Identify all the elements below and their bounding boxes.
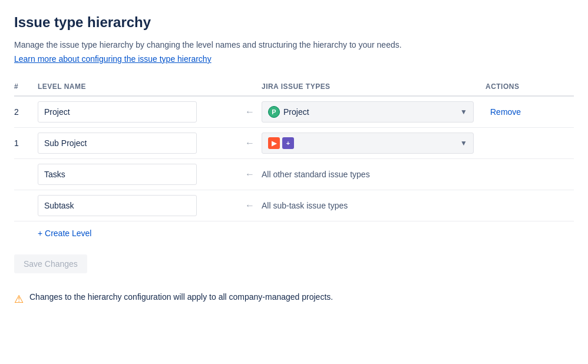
issue-type-label: Project [283, 107, 309, 117]
issue-types-static-cell: All sub-task issue types [262, 201, 485, 210]
row-number: 1 [14, 138, 38, 148]
table-row: ← All sub-task issue types [14, 190, 574, 221]
save-changes-button[interactable]: Save Changes [14, 254, 87, 273]
level-name-input[interactable] [38, 101, 197, 123]
header-actions: Actions [485, 82, 574, 91]
level-name-input[interactable] [38, 195, 197, 216]
arrow-icon: ← [238, 107, 262, 117]
badge-red-icon: ▶ [268, 137, 280, 149]
page-title: Issue type hierarchy [14, 14, 574, 31]
issue-types-static-cell: All other standard issue types [262, 170, 485, 179]
header-issue-types: Jira Issue Types [262, 82, 485, 91]
issue-types-dropdown[interactable]: ▶ + ▼ [262, 133, 474, 154]
learn-more-link[interactable]: Learn more about configuring the issue t… [14, 54, 212, 64]
row-number: 2 [14, 107, 38, 117]
issue-type-static-text: All other standard issue types [262, 170, 370, 179]
level-name-cell [38, 195, 238, 216]
level-name-cell [38, 133, 238, 154]
header-number: # [14, 82, 38, 91]
issue-types-dropdown-cell: P Project ▼ [262, 101, 485, 123]
page-description: Manage the issue type hierarchy by chang… [14, 40, 574, 49]
create-level-button[interactable]: + Create Level [38, 221, 91, 245]
issue-type-badges: ▶ + [268, 137, 294, 149]
table-header: # Level Name Jira Issue Types Actions [14, 78, 574, 97]
arrow-icon: ← [238, 169, 262, 180]
issue-types-dropdown[interactable]: P Project ▼ [262, 101, 474, 123]
level-name-cell [38, 164, 238, 185]
table-row: 2 ← P Project ▼ Remove [14, 97, 574, 128]
table-row: ← All other standard issue types [14, 159, 574, 190]
chevron-down-icon: ▼ [460, 139, 467, 147]
chevron-down-icon: ▼ [460, 108, 467, 116]
warning-banner: ⚠ Changes to the hierarchy configuration… [14, 292, 574, 306]
arrow-icon: ← [238, 200, 262, 211]
arrow-icon: ← [238, 138, 262, 148]
level-name-input[interactable] [38, 133, 197, 154]
level-name-input[interactable] [38, 164, 197, 185]
project-icon: P [268, 106, 280, 118]
remove-button[interactable]: Remove [485, 105, 526, 119]
warning-icon: ⚠ [14, 293, 24, 306]
badge-purple-icon: + [282, 137, 294, 149]
table-row: 1 ← ▶ + ▼ [14, 128, 574, 159]
header-arrow-spacer [238, 82, 262, 91]
warning-text: Changes to the hierarchy configuration w… [29, 292, 333, 302]
save-changes-container: Save Changes [14, 245, 574, 287]
header-level-name: Level Name [38, 82, 238, 91]
issue-types-dropdown-cell: ▶ + ▼ [262, 133, 485, 154]
actions-cell: Remove [485, 105, 574, 119]
level-name-cell [38, 101, 238, 123]
issue-type-tag: P Project [268, 106, 309, 118]
create-level-container: + Create Level [14, 221, 574, 245]
issue-type-static-text: All sub-task issue types [262, 201, 348, 210]
